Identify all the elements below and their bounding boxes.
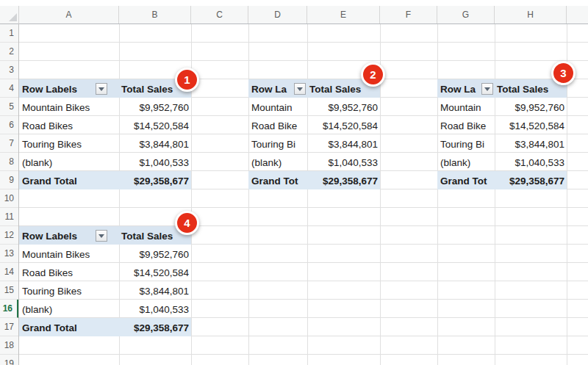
pivot-label-cell[interactable]: Touring Bi bbox=[437, 134, 495, 153]
row-labels-header-cell[interactable]: Row La bbox=[248, 79, 307, 98]
pivot-data-row: Touring Bi $3,844,801 bbox=[248, 134, 380, 153]
row-header-6[interactable]: 6 bbox=[0, 116, 18, 134]
pivot-value-cell[interactable]: $14,520,584 bbox=[119, 116, 191, 134]
row-header-3[interactable]: 3 bbox=[0, 61, 18, 79]
row-header-1[interactable]: 1 bbox=[0, 24, 18, 43]
values-header: Total Sales bbox=[121, 84, 173, 95]
row-header-12[interactable]: 12 bbox=[0, 226, 18, 245]
pivot-value-cell[interactable]: $9,952,760 bbox=[495, 98, 567, 116]
pivot-label-cell[interactable]: Road Bikes bbox=[19, 263, 119, 281]
callout-badge-2: 2 bbox=[361, 62, 385, 87]
select-all-corner[interactable] bbox=[0, 6, 19, 24]
pivot-label-cell[interactable]: Road Bike bbox=[437, 116, 495, 134]
row-header-9[interactable]: 9 bbox=[0, 171, 18, 189]
row-header-16-active[interactable]: 16 bbox=[0, 300, 18, 318]
column-header-a[interactable]: A bbox=[19, 6, 119, 24]
pivot-label-cell[interactable]: Touring Bi bbox=[248, 134, 307, 153]
pivot-label-cell[interactable]: (blank) bbox=[19, 300, 119, 318]
filter-dropdown-button[interactable] bbox=[96, 230, 107, 242]
pivot-label-cell[interactable]: Mountain bbox=[248, 98, 307, 116]
grand-total-value-cell[interactable]: $29,358,677 bbox=[119, 171, 191, 189]
pivot-value-cell[interactable]: $9,952,760 bbox=[119, 245, 191, 263]
pivot-label-cell[interactable]: (blank) bbox=[248, 153, 307, 171]
pivot-label-cell[interactable]: Touring Bikes bbox=[19, 134, 119, 153]
pivot-table-3: Row La Total Sales Mountain $9,952,760 R… bbox=[437, 79, 567, 189]
pivot-value-cell[interactable]: $3,844,801 bbox=[119, 281, 191, 300]
pivot-value-cell[interactable]: $9,952,760 bbox=[307, 98, 380, 116]
pivot-grand-total-row: Grand Tot $29,358,677 bbox=[437, 171, 567, 189]
row-header-15[interactable]: 15 bbox=[0, 281, 18, 300]
column-header-g[interactable]: G bbox=[437, 6, 495, 24]
pivot-label-cell[interactable]: (blank) bbox=[437, 153, 495, 171]
grand-total-label-cell[interactable]: Grand Tot bbox=[248, 171, 307, 189]
pivot-label-cell[interactable]: Touring Bikes bbox=[19, 281, 119, 300]
column-header-h[interactable]: H bbox=[495, 6, 567, 24]
filter-dropdown-button[interactable] bbox=[481, 83, 493, 95]
values-header: Total Sales bbox=[121, 231, 173, 242]
excel-worksheet: A B C D E F G H 1 2 3 4 5 6 7 8 9 10 11 … bbox=[0, 0, 588, 365]
pivot-data-row: Mountain Bikes $9,952,760 bbox=[19, 245, 191, 263]
chevron-down-icon bbox=[484, 87, 490, 91]
row-header-10[interactable]: 10 bbox=[0, 189, 18, 208]
pivot-value-cell[interactable]: $14,520,584 bbox=[495, 116, 567, 134]
pivot-value-cell[interactable]: $1,040,533 bbox=[119, 153, 191, 171]
pivot-value-cell[interactable]: $3,844,801 bbox=[119, 134, 191, 153]
column-header-f[interactable]: F bbox=[380, 6, 437, 24]
grand-total-label-cell[interactable]: Grand Total bbox=[19, 171, 119, 189]
row-header-19[interactable]: 19 bbox=[0, 355, 18, 365]
pivot-header-row: Row La Total Sales bbox=[248, 79, 380, 98]
gridline bbox=[307, 24, 308, 365]
row-labels-header: Row Labels bbox=[22, 84, 77, 95]
grand-total-label-cell[interactable]: Grand Tot bbox=[437, 171, 495, 189]
pivot-data-row: (blank) $1,040,533 bbox=[248, 153, 380, 171]
column-header-b[interactable]: B bbox=[119, 6, 191, 24]
pivot-value-cell[interactable]: $1,040,533 bbox=[495, 153, 567, 171]
column-header-c[interactable]: C bbox=[191, 6, 248, 24]
pivot-label-cell[interactable]: Mountain Bikes bbox=[19, 245, 119, 263]
grand-total-value-cell[interactable]: $29,358,677 bbox=[119, 318, 191, 336]
row-header-8[interactable]: 8 bbox=[0, 153, 18, 171]
row-header-2[interactable]: 2 bbox=[0, 43, 18, 61]
grand-total-value-cell[interactable]: $29,358,677 bbox=[495, 171, 567, 189]
row-header-4[interactable]: 4 bbox=[0, 79, 18, 98]
pivot-header-row: Row La Total Sales bbox=[437, 79, 567, 98]
column-header-d[interactable]: D bbox=[248, 6, 307, 24]
pivot-grand-total-row: Grand Total $29,358,677 bbox=[19, 171, 191, 189]
pivot-value-cell[interactable]: $3,844,801 bbox=[307, 134, 380, 153]
row-headers: 1 2 3 4 5 6 7 8 9 10 11 12 13 14 15 16 1… bbox=[0, 24, 19, 365]
row-header-7[interactable]: 7 bbox=[0, 134, 18, 153]
pivot-label-cell[interactable]: Road Bikes bbox=[19, 116, 119, 134]
pivot-label-cell[interactable]: (blank) bbox=[19, 153, 119, 171]
pivot-value-cell[interactable]: $14,520,584 bbox=[307, 116, 380, 134]
column-header-e[interactable]: E bbox=[307, 6, 380, 24]
column-header-i-partial[interactable] bbox=[567, 6, 588, 24]
pivot-value-cell[interactable]: $1,040,533 bbox=[119, 300, 191, 318]
pivot-label-cell[interactable]: Mountain bbox=[437, 98, 495, 116]
pivot-label-cell[interactable]: Mountain Bikes bbox=[19, 98, 119, 116]
pivot-value-cell[interactable]: $14,520,584 bbox=[119, 263, 191, 281]
chevron-down-icon bbox=[98, 234, 104, 238]
values-header: Total Sales bbox=[497, 84, 548, 95]
row-header-13[interactable]: 13 bbox=[0, 245, 18, 263]
pivot-label-cell[interactable]: Road Bike bbox=[248, 116, 307, 134]
pivot-value-cell[interactable]: $9,952,760 bbox=[119, 98, 191, 116]
row-header-17[interactable]: 17 bbox=[0, 318, 18, 336]
grand-total-value-cell[interactable]: $29,358,677 bbox=[307, 171, 380, 189]
pivot-grand-total-row: Grand Tot $29,358,677 bbox=[248, 171, 380, 189]
pivot-data-row: Road Bike $14,520,584 bbox=[437, 116, 567, 134]
pivot-grand-total-row: Grand Total $29,358,677 bbox=[19, 318, 191, 336]
row-header-18[interactable]: 18 bbox=[0, 336, 18, 355]
filter-dropdown-button[interactable] bbox=[294, 83, 306, 95]
filter-dropdown-button[interactable] bbox=[96, 83, 107, 95]
grand-total-label-cell[interactable]: Grand Total bbox=[19, 318, 119, 336]
row-header-11[interactable]: 11 bbox=[0, 208, 18, 226]
pivot-value-cell[interactable]: $3,844,801 bbox=[495, 134, 567, 153]
row-header-5[interactable]: 5 bbox=[0, 98, 18, 116]
pivot-data-row: Touring Bikes $3,844,801 bbox=[19, 134, 191, 153]
row-labels-header-cell[interactable]: Row Labels bbox=[19, 226, 119, 245]
row-header-14[interactable]: 14 bbox=[0, 263, 18, 281]
row-labels-header-cell[interactable]: Row La bbox=[437, 79, 495, 98]
row-labels-header-cell[interactable]: Row Labels bbox=[19, 79, 119, 98]
pivot-value-cell[interactable]: $1,040,533 bbox=[307, 153, 380, 171]
callout-badge-1: 1 bbox=[175, 68, 199, 92]
